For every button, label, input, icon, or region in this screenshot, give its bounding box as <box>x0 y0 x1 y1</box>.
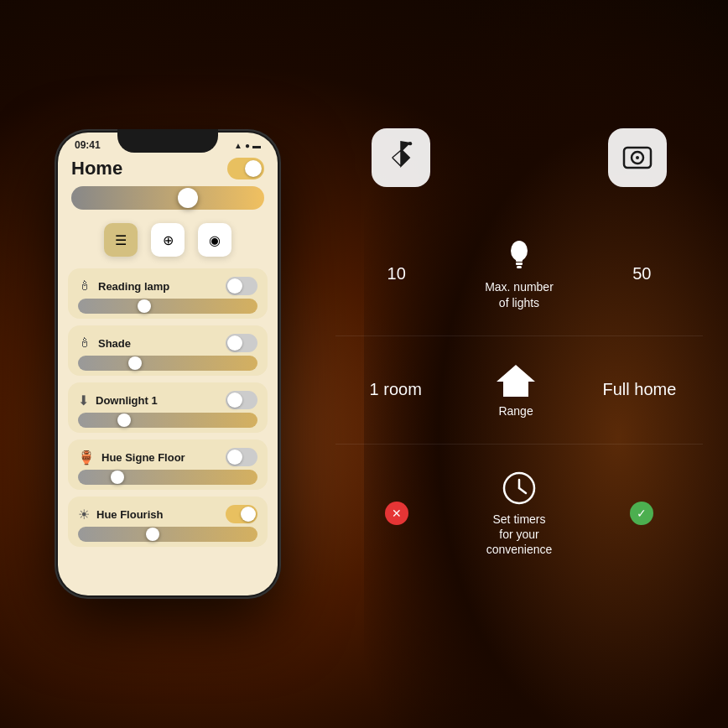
brightness-thumb <box>128 356 142 370</box>
brightness-thumb <box>146 528 159 541</box>
phone-notch <box>117 129 218 153</box>
bridge-device-icon <box>621 141 654 174</box>
bridge-icon-bg <box>608 128 667 187</box>
light-toggle[interactable] <box>226 277 257 295</box>
floor-lamp-icon: 🏺 <box>78 450 95 465</box>
range-center-label: Range <box>498 403 533 419</box>
light-item: 🕯 Reading lamp <box>68 268 268 319</box>
light-name: Hue Flourish <box>96 508 163 521</box>
bridge-icon-group <box>608 128 667 187</box>
list-view-tab[interactable]: ☰ <box>104 223 138 257</box>
lights-right-value: 50 <box>632 264 651 283</box>
brightness-thumb <box>138 299 151 313</box>
light-toggle[interactable] <box>226 391 257 409</box>
cross-icon: ✕ <box>385 502 408 525</box>
bulb-icon: 🕯 <box>78 278 91 294</box>
timers-center-label: Set timersfor yourconvenience <box>486 512 553 558</box>
bluetooth-range-value: 1 room <box>362 380 429 399</box>
light-item: 🏺 Hue Signe Floor <box>68 439 268 490</box>
light-brightness-bar[interactable] <box>78 413 257 428</box>
light-list: 🕯 Reading lamp 🕯 <box>58 268 278 554</box>
svg-point-4 <box>511 241 528 261</box>
light-item: ☀ Hue Flourish <box>68 497 268 547</box>
settings-view-tab[interactable]: ⊕ <box>151 223 185 257</box>
bluetooth-icon-bg <box>372 128 430 187</box>
phone-header: Home <box>58 154 278 186</box>
light-brightness-bar[interactable] <box>78 356 257 371</box>
phone-section: 09:41 ▲ ● ▬ Home <box>0 0 319 728</box>
status-icons: ▲ ● ▬ <box>234 141 261 150</box>
max-lights-row: 10 Max. numberof lights 50 <box>335 212 703 335</box>
check-icon: ✓ <box>630 502 653 525</box>
bluetooth-timers-value: ✕ <box>363 502 430 525</box>
bluetooth-lights-value: 10 <box>363 264 430 283</box>
bulb-icon <box>507 237 531 274</box>
bluetooth-icon <box>386 139 416 176</box>
svg-point-3 <box>636 156 639 159</box>
bridge-range-value: Full home <box>602 380 676 399</box>
timers-center-cell: Set timersfor yourconvenience <box>486 470 553 558</box>
svg-rect-7 <box>517 266 522 268</box>
light-brightness-bar[interactable] <box>78 527 257 542</box>
signal-icon: ▲ <box>234 141 242 150</box>
wifi-icon: ● <box>245 141 250 150</box>
bridge-timers-value: ✓ <box>608 502 675 525</box>
color-view-tab[interactable]: ◉ <box>198 223 231 257</box>
light-brightness-bar[interactable] <box>78 470 257 485</box>
bridge-lights-value: 50 <box>608 264 675 283</box>
status-time: 09:41 <box>75 139 101 151</box>
light-name: Reading lamp <box>98 280 169 293</box>
phone-screen: 09:41 ▲ ● ▬ Home <box>58 133 278 595</box>
svg-marker-8 <box>497 365 535 397</box>
range-row: 1 room Range Full home <box>335 336 703 445</box>
bulb-icon: 🕯 <box>78 335 91 351</box>
view-tabs: ☰ ⊕ ◉ <box>58 216 278 263</box>
lights-center-label: Max. numberof lights <box>485 279 554 309</box>
phone-frame: 09:41 ▲ ● ▬ Home <box>55 129 281 599</box>
info-section: 10 Max. numberof lights 50 1 room <box>319 0 728 728</box>
brightness-thumb <box>117 413 131 427</box>
home-brightness-bar[interactable] <box>71 186 264 210</box>
light-item: 🕯 Shade <box>68 325 268 376</box>
home-title: Home <box>71 158 122 179</box>
battery-icon: ▬ <box>252 141 261 150</box>
light-toggle[interactable] <box>226 334 257 352</box>
range-center-cell: Range <box>482 361 549 419</box>
clock-icon <box>501 470 538 507</box>
light-name: Hue Signe Floor <box>101 451 185 464</box>
lights-center-cell: Max. numberof lights <box>485 237 554 309</box>
svg-line-11 <box>519 488 526 493</box>
light-name: Downlight 1 <box>96 394 158 407</box>
downlight-icon: ⬇ <box>78 393 89 408</box>
house-icon <box>495 361 537 398</box>
ceiling-icon: ☀ <box>78 507 90 523</box>
home-toggle[interactable] <box>227 158 264 179</box>
lights-left-value: 10 <box>387 264 406 283</box>
light-brightness-bar[interactable] <box>78 299 257 314</box>
light-toggle[interactable] <box>226 505 257 523</box>
light-name: Shade <box>98 337 131 350</box>
svg-point-0 <box>408 142 412 145</box>
light-toggle[interactable] <box>226 448 257 466</box>
svg-rect-6 <box>516 263 523 265</box>
brightness-thumb <box>178 188 198 208</box>
range-right-value: Full home <box>602 380 676 399</box>
brightness-thumb <box>111 471 124 484</box>
svg-rect-5 <box>516 259 523 262</box>
bluetooth-icon-group <box>372 128 430 187</box>
range-left-value: 1 room <box>370 380 422 399</box>
light-item: ⬇ Downlight 1 <box>68 382 268 433</box>
timers-row: ✕ Set timersfor yourconvenience ✓ <box>335 445 703 583</box>
